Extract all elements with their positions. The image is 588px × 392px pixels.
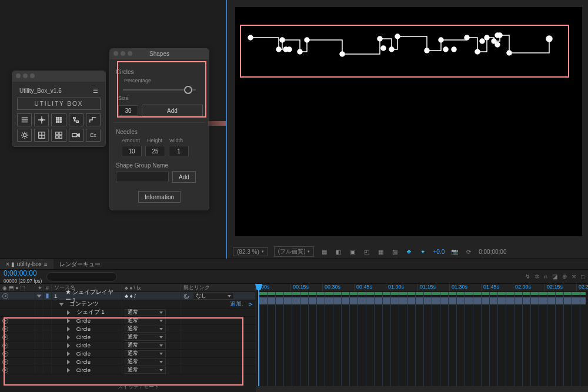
util-btn-sun[interactable] bbox=[17, 129, 32, 142]
fx-icon[interactable]: ✦ bbox=[419, 247, 427, 256]
playhead[interactable] bbox=[258, 284, 259, 392]
size-input[interactable] bbox=[118, 105, 138, 116]
svg-point-2 bbox=[58, 117, 59, 118]
composition-viewer-pane: (82.3 %)▾ (フル画質)▾ ▦ ◧ ▣ ◰ ▦ ▨ ❖ ✦ +0.0 📷… bbox=[226, 0, 588, 259]
twirl-icon[interactable] bbox=[37, 294, 42, 297]
blend-mode-dropdown[interactable]: 通常 bbox=[125, 342, 166, 349]
refresh-icon[interactable]: ⟳ bbox=[465, 247, 473, 256]
channel-icon[interactable]: ▦ bbox=[376, 247, 385, 256]
tl-icon-6[interactable]: ⤧ bbox=[572, 273, 576, 280]
menu-icon[interactable]: ☰ bbox=[93, 88, 98, 94]
visibility-toggle[interactable] bbox=[2, 334, 8, 340]
circles-add-button[interactable]: Add bbox=[142, 105, 203, 116]
util-btn-crosshair[interactable] bbox=[34, 113, 49, 126]
circle-row[interactable]: Circle通常 bbox=[0, 358, 256, 366]
tl-icon-1[interactable]: ↯ bbox=[525, 273, 530, 280]
time-ruler[interactable]: 00s00:15s00:30s00:45s01:00s01:15s01:30s0… bbox=[256, 284, 588, 292]
viewer-time[interactable]: 0;00;00;00 bbox=[479, 249, 506, 255]
util-btn-step[interactable] bbox=[86, 113, 101, 126]
width-input[interactable] bbox=[169, 146, 189, 156]
util-btn-camera[interactable] bbox=[69, 129, 83, 142]
traffic-lights[interactable] bbox=[113, 51, 132, 56]
util-btn-ex[interactable]: Ex bbox=[86, 129, 101, 142]
mask-icon[interactable]: ▣ bbox=[348, 247, 356, 256]
blend-mode-dropdown[interactable]: 通常 bbox=[125, 334, 166, 341]
ruler-tick: 02:3 bbox=[576, 284, 588, 292]
tab-render-queue[interactable]: レンダーキュー bbox=[54, 259, 106, 269]
twirl-icon[interactable] bbox=[67, 351, 70, 356]
guides-icon[interactable]: ◧ bbox=[334, 247, 342, 256]
frame-count: 00000 (29.97 fps) bbox=[4, 278, 42, 284]
grid-icon[interactable]: ▦ bbox=[320, 247, 328, 256]
tl-icon-4[interactable]: ◪ bbox=[552, 273, 557, 280]
circle-row[interactable]: Circle通常 bbox=[0, 333, 256, 341]
blend-mode-dropdown[interactable]: 通常 bbox=[125, 326, 166, 333]
switch-mode-label[interactable]: スイッチ / モード bbox=[118, 383, 159, 391]
twirl-icon[interactable] bbox=[67, 335, 70, 340]
shapes-titlebar[interactable]: Shapes bbox=[110, 49, 209, 59]
util-btn-target[interactable] bbox=[34, 129, 49, 142]
timeline-search[interactable] bbox=[46, 272, 117, 282]
color-label[interactable] bbox=[46, 293, 49, 299]
amount-input[interactable] bbox=[122, 146, 142, 156]
tl-icon-2[interactable]: ✲ bbox=[534, 273, 539, 280]
quality-dropdown[interactable]: (フル画質)▾ bbox=[274, 246, 315, 257]
tab-composition[interactable]: × ▮ utility-box ≡ bbox=[0, 259, 54, 269]
region-icon[interactable]: ◰ bbox=[362, 247, 370, 256]
blend-mode-dropdown[interactable]: 通常 bbox=[125, 309, 166, 316]
svg-point-34 bbox=[475, 49, 480, 54]
blend-mode-dropdown[interactable]: 通常 bbox=[125, 367, 166, 374]
percentage-slider[interactable] bbox=[116, 87, 203, 95]
shape-row[interactable]: シェイプ 1 通常 bbox=[0, 309, 256, 317]
util-btn-windows[interactable] bbox=[51, 129, 66, 142]
blend-mode-dropdown[interactable]: 通常 bbox=[125, 317, 166, 324]
tl-icon-7[interactable]: □ bbox=[581, 273, 584, 280]
circle-row[interactable]: Circle通常 bbox=[0, 366, 256, 374]
circle-row[interactable]: Circle通常 bbox=[0, 325, 256, 333]
timecode[interactable]: 0;00;00;00 bbox=[4, 269, 42, 277]
traffic-lights[interactable] bbox=[16, 73, 35, 78]
color-icon[interactable]: ❖ bbox=[405, 247, 413, 256]
snapshot-icon[interactable]: 📷 bbox=[450, 247, 459, 256]
circle-row[interactable]: Circle通常 bbox=[0, 317, 256, 325]
util-btn-lines[interactable] bbox=[17, 113, 32, 126]
visibility-toggle[interactable] bbox=[2, 293, 8, 299]
twirl-icon[interactable] bbox=[67, 343, 70, 348]
twirl-icon[interactable] bbox=[67, 360, 70, 364]
visibility-toggle[interactable] bbox=[2, 351, 8, 357]
visibility-toggle[interactable] bbox=[2, 326, 8, 332]
exposure-value[interactable]: +0.0 bbox=[433, 249, 445, 255]
twirl-icon[interactable] bbox=[67, 327, 70, 331]
visibility-toggle[interactable] bbox=[2, 343, 8, 349]
twirl-icon[interactable] bbox=[67, 368, 70, 373]
parent-dropdown[interactable]: なし bbox=[193, 293, 234, 300]
utility-box-titlebar[interactable] bbox=[12, 71, 105, 82]
twirl-icon[interactable] bbox=[67, 310, 70, 315]
timeline-bottom-scrollbar[interactable] bbox=[256, 386, 588, 392]
svg-point-41 bbox=[507, 51, 512, 55]
group-name-input[interactable] bbox=[116, 172, 169, 182]
add-content-button[interactable]: 追加: bbox=[230, 300, 243, 308]
layer-row-1[interactable]: 1 ★ シェイプレイヤー 1 ♣ ♦ / なし bbox=[0, 292, 256, 300]
zoom-dropdown[interactable]: (82.3 %)▾ bbox=[233, 247, 268, 256]
height-input[interactable] bbox=[145, 146, 165, 156]
util-btn-tree[interactable] bbox=[69, 113, 83, 126]
util-btn-grid[interactable] bbox=[51, 113, 66, 126]
visibility-toggle[interactable] bbox=[2, 318, 8, 324]
visibility-toggle[interactable] bbox=[2, 359, 8, 365]
blend-mode-dropdown[interactable]: 通常 bbox=[125, 350, 166, 357]
pickwhip-icon[interactable] bbox=[183, 293, 189, 299]
contents-row[interactable]: コンテンツ 追加: ⊳ bbox=[0, 300, 256, 309]
track-panel[interactable]: 00s00:15s00:30s00:45s01:00s01:15s01:30s0… bbox=[256, 284, 588, 392]
group-add-button[interactable]: Add bbox=[172, 171, 196, 183]
tl-icon-5[interactable]: ⊕ bbox=[562, 273, 567, 280]
circle-row[interactable]: Circle通常 bbox=[0, 350, 256, 358]
tl-icon-3[interactable]: ⎌ bbox=[544, 273, 547, 280]
circle-row[interactable]: Circle通常 bbox=[0, 341, 256, 350]
information-button[interactable]: Information bbox=[138, 191, 181, 203]
twirl-icon[interactable] bbox=[67, 319, 70, 323]
transparency-icon[interactable]: ▨ bbox=[390, 247, 399, 256]
twirl-icon[interactable] bbox=[59, 303, 64, 306]
blend-mode-dropdown[interactable]: 通常 bbox=[125, 359, 166, 366]
visibility-toggle[interactable] bbox=[2, 367, 8, 373]
